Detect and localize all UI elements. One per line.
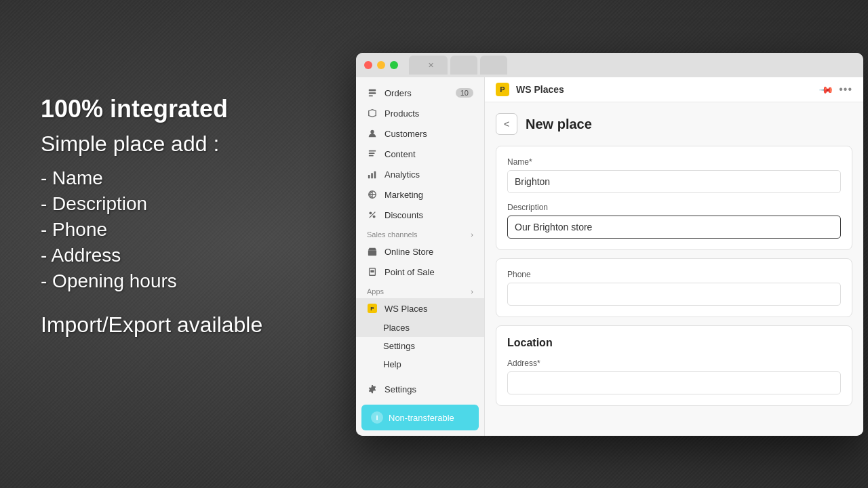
svg-point-3	[370, 130, 374, 134]
svg-rect-5	[369, 152, 375, 154]
content-label: Content	[384, 149, 416, 159]
app-window: ✕ Orders 10	[356, 53, 863, 436]
left-text-panel: 100% integrated Simple place add : - Nam…	[41, 95, 262, 338]
panel-scroll-area[interactable]: < New place Name* Description	[485, 102, 863, 436]
ws-places-label: WS Places	[384, 304, 428, 314]
orders-icon	[367, 87, 378, 98]
name-input[interactable]	[507, 170, 841, 193]
panel-app-icon: P	[496, 83, 509, 96]
help-label: Help	[383, 359, 401, 369]
svg-rect-16	[370, 270, 374, 272]
tab-close-icon[interactable]: ✕	[428, 61, 434, 70]
apps-chevron[interactable]: ›	[471, 287, 473, 296]
phone-card: Phone	[496, 258, 852, 317]
pos-icon	[367, 266, 378, 277]
sidebar-item-ws-places[interactable]: P WS Places	[356, 298, 484, 319]
store-icon	[367, 246, 378, 257]
non-transferable-badge[interactable]: i Non-transferable	[361, 405, 479, 430]
products-icon	[367, 108, 378, 119]
svg-rect-4	[369, 150, 376, 152]
title-bar: ✕	[356, 53, 863, 77]
settings-icon	[367, 384, 378, 394]
maximize-window-button[interactable]	[390, 61, 398, 69]
svg-rect-0	[369, 89, 376, 92]
svg-rect-1	[369, 92, 376, 94]
list-item-hours: - Opening hours	[41, 270, 262, 292]
svg-point-12	[373, 216, 375, 218]
apps-section: Apps ›	[356, 282, 484, 298]
sidebar-sub-item-places[interactable]: Places	[356, 319, 484, 337]
panel-header: P WS Places 📌 •••	[485, 77, 863, 102]
close-window-button[interactable]	[364, 61, 372, 69]
description-input[interactable]	[507, 216, 841, 239]
sidebar-item-settings[interactable]: Settings	[356, 379, 484, 399]
page-title: New place	[526, 117, 592, 132]
sub-heading: Simple place add :	[41, 131, 262, 157]
window-controls	[364, 61, 398, 69]
settings-label: Settings	[384, 384, 416, 394]
apps-label: Apps	[367, 287, 384, 296]
address-input[interactable]	[507, 371, 841, 394]
sidebar-item-analytics[interactable]: Analytics	[356, 164, 484, 184]
svg-rect-14	[368, 250, 376, 256]
sidebar-item-products[interactable]: Products	[356, 103, 484, 123]
tab-3[interactable]	[480, 56, 507, 75]
tab-2[interactable]	[450, 56, 477, 75]
sidebar-sub-item-settings[interactable]: Settings	[356, 337, 484, 355]
sidebar-item-content[interactable]: Content	[356, 144, 484, 164]
svg-rect-2	[369, 96, 373, 97]
back-button[interactable]: <	[496, 113, 517, 135]
address-label: Address*	[507, 359, 841, 368]
sidebar-item-discounts[interactable]: Discounts	[356, 205, 484, 225]
non-transferable-container: i Non-transferable	[356, 399, 484, 436]
description-label: Description	[507, 203, 841, 212]
marketing-icon	[367, 189, 378, 200]
list-item-address: - Address	[41, 245, 262, 266]
sidebar-sub-item-help[interactable]: Help	[356, 355, 484, 373]
customers-label: Customers	[384, 129, 427, 139]
name-label: Name*	[507, 157, 841, 167]
info-badge-icon: i	[371, 411, 383, 424]
minimize-window-button[interactable]	[377, 61, 385, 69]
sidebar-item-orders[interactable]: Orders 10	[356, 83, 484, 103]
feature-list: - Name - Description - Phone - Address -…	[41, 167, 262, 292]
address-form-group: Address*	[507, 359, 841, 394]
svg-rect-8	[371, 173, 373, 178]
pos-label: Point of Sale	[384, 267, 435, 277]
tab-area: ✕	[409, 56, 507, 75]
sidebar-item-pos[interactable]: Point of Sale	[356, 262, 484, 282]
app-icon-letter: P	[500, 85, 505, 94]
svg-rect-6	[369, 155, 374, 157]
sidebar-item-customers[interactable]: Customers	[356, 123, 484, 144]
list-item-name: - Name	[41, 167, 262, 189]
phone-label: Phone	[507, 270, 841, 279]
panel-actions: 📌 •••	[821, 83, 852, 96]
content-icon	[367, 148, 378, 159]
sidebar-item-online-store[interactable]: Online Store	[356, 241, 484, 262]
online-store-label: Online Store	[384, 247, 433, 257]
phone-input[interactable]	[507, 283, 841, 306]
import-export-text: Import/Export available	[41, 312, 262, 338]
tab-1[interactable]: ✕	[409, 56, 448, 75]
sidebar-item-marketing[interactable]: Marketing	[356, 184, 484, 205]
location-card: Location Address*	[496, 325, 852, 406]
orders-label: Orders	[384, 88, 412, 98]
ws-places-icon: P	[367, 303, 378, 314]
right-panel: P WS Places 📌 ••• < New place	[485, 77, 863, 436]
analytics-icon	[367, 169, 378, 180]
sales-channels-section: Sales channels ›	[356, 225, 484, 241]
more-options-icon[interactable]: •••	[839, 83, 852, 96]
svg-point-11	[370, 212, 372, 214]
analytics-label: Analytics	[384, 169, 420, 180]
list-item-phone: - Phone	[41, 219, 262, 241]
main-heading: 100% integrated	[41, 95, 262, 123]
sales-channels-label: Sales channels	[367, 230, 418, 239]
pin-icon[interactable]: 📌	[818, 81, 834, 97]
sales-channels-chevron[interactable]: ›	[471, 230, 473, 239]
main-content: Orders 10 Products	[356, 77, 863, 436]
discounts-label: Discounts	[384, 210, 423, 220]
location-title: Location	[507, 337, 841, 349]
new-place-header: < New place	[496, 113, 852, 135]
svg-rect-9	[374, 171, 376, 179]
orders-badge: 10	[456, 88, 473, 98]
